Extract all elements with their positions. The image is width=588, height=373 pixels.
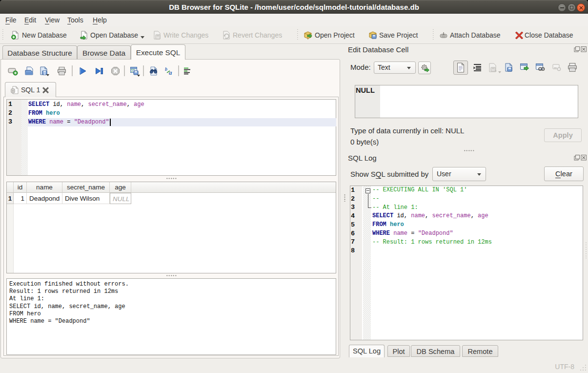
svg-text:a: a (169, 69, 172, 76)
svg-text:b: b (165, 66, 167, 72)
